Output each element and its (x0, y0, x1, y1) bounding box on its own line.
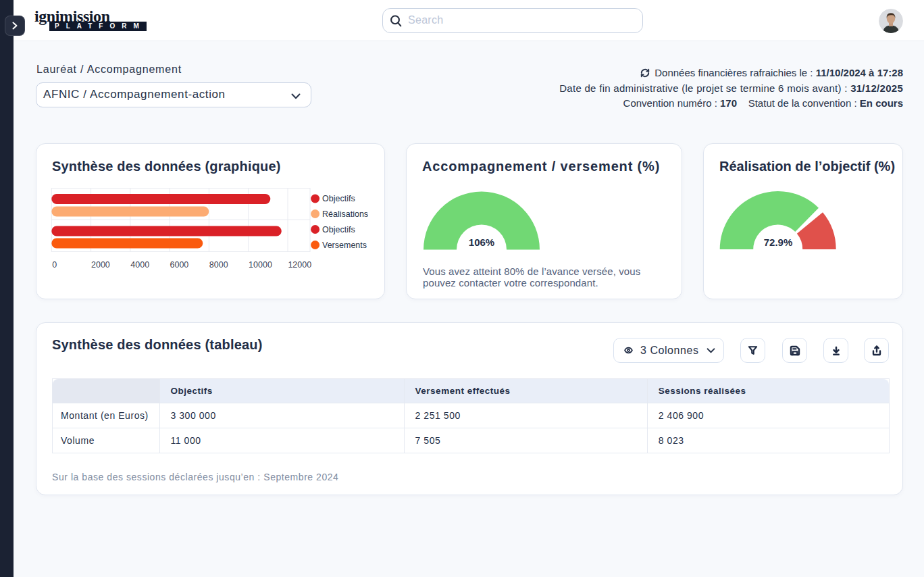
svg-text:Objectifs: Objectifs (322, 225, 355, 234)
svg-text:106%: 106% (469, 236, 494, 248)
svg-text:6000: 6000 (170, 260, 189, 270)
svg-text:10000: 10000 (249, 260, 272, 270)
svg-text:12000: 12000 (288, 260, 311, 270)
svg-text:Versements: Versements (322, 241, 367, 250)
svg-text:72.9%: 72.9% (764, 236, 793, 248)
svg-text:Objectifs: Objectifs (322, 194, 355, 203)
svg-text:0: 0 (52, 260, 57, 270)
svg-text:8000: 8000 (209, 260, 228, 270)
svg-text:Réalisations: Réalisations (322, 209, 368, 219)
svg-text:2000: 2000 (91, 260, 110, 270)
svg-text:4000: 4000 (130, 260, 149, 270)
